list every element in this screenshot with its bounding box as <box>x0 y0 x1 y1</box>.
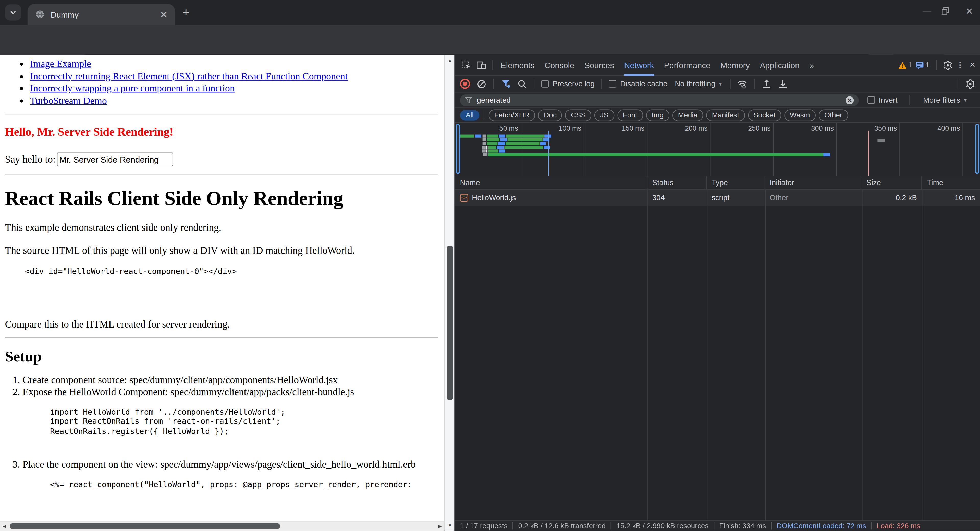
column-header-time[interactable]: Time <box>922 176 980 190</box>
tab-console[interactable]: Console <box>539 55 579 75</box>
checkbox-icon[interactable] <box>867 96 875 104</box>
link-image-example[interactable]: Image Example <box>30 58 91 69</box>
chip-font[interactable]: Font <box>617 109 643 121</box>
network-conditions-button[interactable] <box>735 77 750 91</box>
chip-doc[interactable]: Doc <box>538 109 562 121</box>
requests-table-header: Name Status Type Initiator Size Time <box>455 176 980 190</box>
setup-step-1: Create component source: spec/dummy/clie… <box>22 373 438 386</box>
list-item: Incorrectly returning React Element (JSX… <box>30 70 438 82</box>
tab-performance[interactable]: Performance <box>659 55 715 75</box>
disable-cache-checkbox[interactable]: Disable cache <box>606 80 670 88</box>
chip-manifest[interactable]: Manifest <box>706 109 745 121</box>
scroll-right-icon[interactable]: ▶ <box>435 524 445 529</box>
clear-network-log-button[interactable] <box>474 77 489 91</box>
devtools-menu-button[interactable]: ⋮ <box>955 57 965 72</box>
domcontentloaded-time: DOMContentLoaded: 72 ms <box>776 522 866 529</box>
tab-search-button[interactable] <box>5 4 21 21</box>
checkbox-icon[interactable] <box>541 80 549 87</box>
setup-step-3: Place the component on the view: spec/du… <box>22 458 438 489</box>
chip-wasm[interactable]: Wasm <box>784 109 816 121</box>
column-header-type[interactable]: Type <box>707 176 765 190</box>
link-turbostream[interactable]: TurboStream Demo <box>30 95 107 105</box>
chip-socket[interactable]: Socket <box>748 109 781 121</box>
clear-filter-icon[interactable]: ✕ <box>845 96 854 104</box>
chip-all[interactable]: All <box>460 110 479 121</box>
import-har-button[interactable] <box>759 77 774 91</box>
link-pure-component[interactable]: Incorrectly wrapping a pure component in… <box>30 83 235 93</box>
load-event-line <box>868 131 869 175</box>
filter-input[interactable]: generated ✕ <box>460 94 859 106</box>
paragraph: Compare this to the HTML created for ser… <box>5 319 438 330</box>
devtools-settings-gear-icon[interactable] <box>940 57 955 72</box>
throttling-dropdown[interactable]: No throttling ▾ <box>671 80 726 88</box>
overview-right-handle[interactable] <box>975 124 979 174</box>
table-row[interactable]: <> HelloWorld.js 304 script Other 0.2 kB… <box>455 190 980 206</box>
code-snippet-div: <div id="HelloWorld-react-component-0"><… <box>25 266 438 276</box>
resources-size: 15.2 kB / 2,990 kB resources <box>616 522 709 529</box>
column-header-name[interactable]: Name <box>455 176 647 190</box>
scroll-up-icon[interactable]: ▲ <box>445 58 455 62</box>
name-input[interactable] <box>57 153 173 166</box>
divider <box>5 337 438 338</box>
network-settings-gear-icon[interactable] <box>963 77 977 91</box>
chip-fetch-xhr[interactable]: Fetch/XHR <box>489 109 535 121</box>
list-item: Image Example <box>30 57 438 70</box>
hello-heading: Hello, Mr. Server Side Rendering! <box>5 126 438 139</box>
more-filters-dropdown[interactable]: More filters ▾ <box>919 96 970 104</box>
finish-time: Finish: 334 ms <box>719 522 766 529</box>
resource-type-filter-bar: All Fetch/XHR Doc CSS JS Font Img Media … <box>455 108 980 123</box>
setup-list: Create component source: spec/dummy/clie… <box>5 373 438 489</box>
setup-step-2: Expose the HelloWorld Component: spec/du… <box>22 386 438 436</box>
filter-toggle-button[interactable] <box>498 77 513 91</box>
window-close-button[interactable]: ✕ <box>963 6 976 16</box>
scroll-left-icon[interactable]: ◀ <box>0 524 10 529</box>
column-header-size[interactable]: Size <box>861 176 922 190</box>
requests-table-body: <> HelloWorld.js 304 script Other 0.2 kB… <box>455 190 980 522</box>
waterfall-bars <box>455 123 980 175</box>
page-horizontal-scrollbar[interactable]: ◀ ▶ <box>0 521 444 531</box>
column-header-status[interactable]: Status <box>647 176 706 190</box>
chip-img[interactable]: Img <box>646 109 669 121</box>
horizontal-scroll-thumb[interactable] <box>10 523 280 529</box>
tab-network[interactable]: Network <box>619 55 659 75</box>
network-overview-timeline[interactable]: 50 ms 100 ms 150 ms 200 ms 250 ms 300 ms… <box>455 123 980 176</box>
devtools-close-button[interactable]: ✕ <box>965 57 980 72</box>
scroll-down-icon[interactable]: ▼ <box>445 523 455 528</box>
search-network-button[interactable] <box>514 77 530 91</box>
window-restore-button[interactable] <box>941 7 955 15</box>
checkbox-icon[interactable] <box>609 80 616 87</box>
chip-other[interactable]: Other <box>819 109 848 121</box>
inspect-element-button[interactable] <box>459 57 474 72</box>
requests-count: 1 / 17 requests <box>460 522 508 529</box>
overview-left-handle[interactable] <box>455 124 460 174</box>
tab-elements[interactable]: Elements <box>496 55 539 75</box>
link-jsx-element[interactable]: Incorrectly returning React Element (JSX… <box>30 70 348 81</box>
column-header-initiator[interactable]: Initiator <box>765 176 861 190</box>
chip-media[interactable]: Media <box>672 109 703 121</box>
tab-close-icon[interactable]: ✕ <box>160 10 168 19</box>
record-network-log-button[interactable] <box>458 77 473 91</box>
chip-css[interactable]: CSS <box>565 109 591 121</box>
tab-memory[interactable]: Memory <box>715 55 755 75</box>
tab-sources[interactable]: Sources <box>579 55 619 75</box>
browser-toolbar: ← → ↻ localhost:3000/client_side_hello_w… <box>0 25 980 55</box>
preserve-log-checkbox[interactable]: Preserve log <box>539 80 597 88</box>
say-hello-label: Say hello to: <box>5 154 56 165</box>
transferred-size: 0.2 kB / 12.6 kB transferred <box>518 522 606 529</box>
tab-application[interactable]: Application <box>755 55 805 75</box>
invert-filter-checkbox[interactable]: Invert <box>865 96 900 104</box>
warning-icon[interactable] <box>898 61 907 69</box>
tab-title: Dummy <box>51 10 160 19</box>
export-har-button[interactable] <box>776 77 791 91</box>
console-message-icon[interactable] <box>916 61 924 69</box>
page-vertical-scrollbar[interactable]: ▲ ▼ <box>444 55 454 531</box>
window-minimize-button[interactable]: — <box>920 6 934 16</box>
chip-js[interactable]: JS <box>594 109 614 121</box>
warning-count: 1 <box>908 61 912 69</box>
vertical-scroll-thumb[interactable] <box>447 246 453 400</box>
globe-favicon-icon <box>35 10 45 19</box>
browser-tab[interactable]: Dummy ✕ <box>27 4 175 25</box>
device-toolbar-button[interactable] <box>474 57 489 72</box>
new-tab-button[interactable]: + <box>183 6 189 19</box>
more-tabs-button[interactable]: » <box>805 55 819 75</box>
